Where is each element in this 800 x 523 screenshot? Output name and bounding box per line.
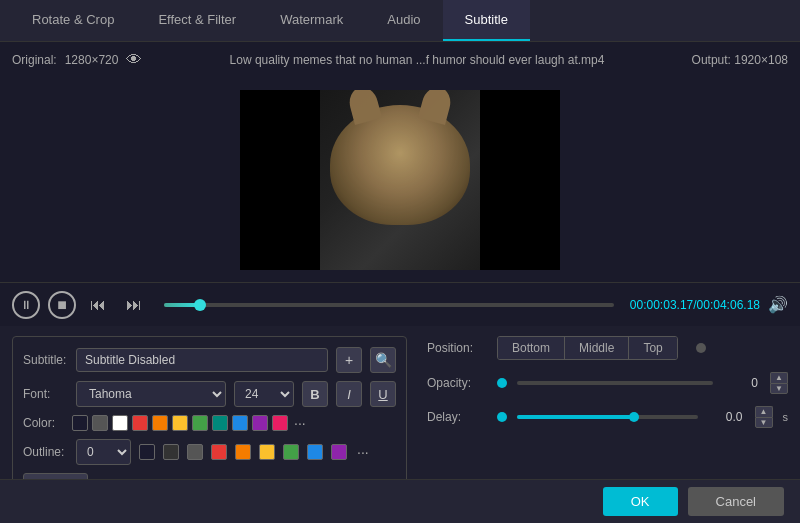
outline-swatch-6[interactable] [259,444,275,460]
color-swatch-4[interactable] [132,415,148,431]
outline-label: Outline: [23,445,68,459]
volume-icon[interactable]: 🔊 [768,295,788,314]
delay-unit: s [783,411,789,423]
progress-slider[interactable] [164,303,614,307]
opacity-spinner: ▲ ▼ [770,372,788,394]
next-button[interactable]: ⏭ [120,291,148,319]
color-row: Color: ··· [23,415,396,431]
black-bar-right [480,90,560,270]
video-output-info: Output: 1920×108 [692,53,788,67]
eye-icon[interactable]: 👁 [126,51,142,69]
outline-swatch-5[interactable] [235,444,251,460]
outline-swatch-4[interactable] [211,444,227,460]
opacity-value: 0 [723,376,758,390]
subtitle-label: Subtitle: [23,353,68,367]
progress-thumb [194,299,206,311]
more-outline-colors-button[interactable]: ··· [357,444,369,460]
outline-row: Outline: 0 ··· [23,439,396,465]
delay-slider-thumb[interactable] [497,412,507,422]
outline-swatch-8[interactable] [307,444,323,460]
color-swatch-8[interactable] [212,415,228,431]
footer-buttons: OK Cancel [0,479,800,523]
underline-button[interactable]: U [370,381,396,407]
delay-down-button[interactable]: ▼ [755,417,773,428]
delay-slider-indicator [629,412,639,422]
subtitle-row: Subtitle: Subtitle Disabled + 🔍 [23,347,396,373]
video-original-info: Original: 1280×720 👁 [12,51,142,69]
black-bar-left [240,90,320,270]
color-label: Color: [23,416,68,430]
color-swatch-5[interactable] [152,415,168,431]
prev-button[interactable]: ⏮ [84,291,112,319]
delay-up-button[interactable]: ▲ [755,406,773,417]
outline-swatch-7[interactable] [283,444,299,460]
color-swatch-10[interactable] [252,415,268,431]
ok-button[interactable]: OK [603,487,678,516]
tab-watermark[interactable]: Watermark [258,0,365,41]
color-swatch-2[interactable] [92,415,108,431]
delay-row: Delay: 0.0 ▲ ▼ s [427,406,788,428]
delay-fill [517,415,634,419]
cat-image [330,105,470,225]
time-display: 00:00:03.17/00:04:06.18 [630,298,760,312]
stop-button[interactable]: ■ [48,291,76,319]
delay-label: Delay: [427,410,487,424]
subtitle-dropdown[interactable]: Subtitle Disabled [76,348,328,372]
opacity-down-button[interactable]: ▼ [770,383,788,394]
opacity-up-button[interactable]: ▲ [770,372,788,383]
add-subtitle-button[interactable]: + [336,347,362,373]
original-label: Original: [12,53,57,67]
tab-audio[interactable]: Audio [365,0,442,41]
outline-dropdown[interactable]: 0 [76,439,131,465]
bold-button[interactable]: B [302,381,328,407]
position-button-group: Bottom Middle Top [497,336,678,360]
current-time: 00:00:03.17 [630,298,693,312]
color-swatch-9[interactable] [232,415,248,431]
position-middle-button[interactable]: Middle [565,337,629,359]
position-top-button[interactable]: Top [629,337,676,359]
video-filename: Low quality memes that no human ...f hum… [142,53,691,67]
opacity-slider[interactable] [517,381,713,385]
total-time: 00:04:06.18 [697,298,760,312]
position-bottom-button[interactable]: Bottom [498,337,565,359]
opacity-row: Opacity: 0 ▲ ▼ [427,372,788,394]
video-thumbnail [240,90,560,270]
outline-swatch-2[interactable] [163,444,179,460]
playback-controls: ⏸ ■ ⏮ ⏭ 00:00:03.17/00:04:06.18 🔊 [0,282,800,326]
opacity-label: Opacity: [427,376,487,390]
delay-slider[interactable] [517,415,698,419]
color-swatch-11[interactable] [272,415,288,431]
top-navigation: Rotate & Crop Effect & Filter Watermark … [0,0,800,42]
search-subtitle-button[interactable]: 🔍 [370,347,396,373]
italic-button[interactable]: I [336,381,362,407]
outline-swatch-9[interactable] [331,444,347,460]
tab-subtitle[interactable]: Subtitle [443,0,530,41]
font-size-dropdown[interactable]: 24 [234,381,294,407]
opacity-slider-thumb[interactable] [497,378,507,388]
cancel-button[interactable]: Cancel [688,487,784,516]
tab-rotate-crop[interactable]: Rotate & Crop [10,0,136,41]
delay-spinner: ▲ ▼ [755,406,773,428]
tab-effect-filter[interactable]: Effect & Filter [136,0,258,41]
outline-swatch-3[interactable] [187,444,203,460]
video-info-bar: Original: 1280×720 👁 Low quality memes t… [0,42,800,78]
font-label: Font: [23,387,68,401]
delay-value: 0.0 [708,410,743,424]
original-resolution: 1280×720 [65,53,119,67]
color-swatch-3[interactable] [112,415,128,431]
pause-button[interactable]: ⏸ [12,291,40,319]
position-row: Position: Bottom Middle Top [427,336,788,360]
position-label: Position: [427,341,487,355]
font-row: Font: Tahoma 24 B I U [23,381,396,407]
video-area: Original: 1280×720 👁 Low quality memes t… [0,42,800,282]
color-swatch-6[interactable] [172,415,188,431]
video-preview [240,90,560,270]
color-swatch-7[interactable] [192,415,208,431]
position-indicator[interactable] [696,343,706,353]
outline-swatch-1[interactable] [139,444,155,460]
color-swatch-1[interactable] [72,415,88,431]
font-dropdown[interactable]: Tahoma [76,381,226,407]
more-colors-button[interactable]: ··· [294,415,306,431]
